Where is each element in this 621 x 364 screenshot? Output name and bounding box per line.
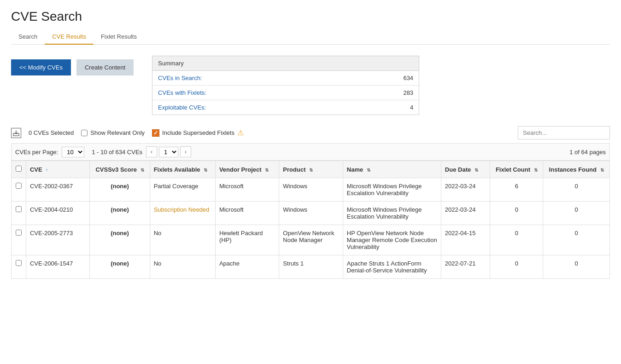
row-fixlets: Subscription Needed <box>150 202 215 225</box>
tab-cve-results[interactable]: CVE Results <box>45 29 94 45</box>
fixlets-sort-icon: ⇅ <box>204 168 207 173</box>
row-instances: 0 <box>543 255 610 279</box>
modify-cves-button[interactable]: << Modify CVEs <box>11 59 71 75</box>
top-section: << Modify CVEs Create Content Summary CV… <box>11 56 610 115</box>
tab-search[interactable]: Search <box>11 29 45 45</box>
row-cvss: (none) <box>90 178 150 202</box>
instances-sort-icon: ⇅ <box>600 168 604 173</box>
col-header-product[interactable]: Product ⇅ <box>279 161 343 178</box>
action-buttons: << Modify CVEs Create Content <box>11 56 134 75</box>
summary-row-fixlets: CVEs with Fixlets: 283 <box>152 86 419 100</box>
product-sort-icon: ⇅ <box>309 168 313 173</box>
show-relevant-label: Show Relevant Only <box>90 129 145 136</box>
page-range-info: 1 - 10 of 634 CVEs <box>92 149 142 156</box>
row-fixlet-count: 0 <box>490 225 543 255</box>
row-due-date: 2022-03-24 <box>441 202 490 225</box>
col-header-fixlets[interactable]: Fixlets Available ⇅ <box>150 161 215 178</box>
row-instances: 0 <box>543 202 610 225</box>
show-relevant-input[interactable] <box>81 130 88 136</box>
per-page-select[interactable]: 10 25 50 <box>62 147 84 157</box>
page-navigation: ‹ 1 › <box>146 146 191 157</box>
cve-sort-asc-icon: ↑ <box>46 168 48 173</box>
row-product: Struts 1 <box>279 255 343 279</box>
summary-exploitable-value: 4 <box>410 104 413 111</box>
table-row: CVE-2004-0210 (none) Subscription Needed… <box>12 202 610 225</box>
row-cve: CVE-2006-1547 <box>26 255 89 279</box>
row-checkbox-2[interactable] <box>16 230 22 236</box>
total-pages-info: 1 of 64 pages <box>569 149 606 156</box>
row-cvss: (none) <box>90 225 150 255</box>
tab-fixlet-results[interactable]: Fixlet Results <box>94 29 144 45</box>
fixlet-count-sort-icon: ⇅ <box>534 168 538 173</box>
row-checkbox-3[interactable] <box>16 260 22 266</box>
row-checkbox-1[interactable] <box>16 206 22 212</box>
table-row: CVE-2006-1547 (none) No Apache Struts 1 … <box>12 255 610 279</box>
prev-page-button[interactable]: ‹ <box>146 146 157 157</box>
export-icon[interactable] <box>11 128 21 138</box>
col-header-cve[interactable]: CVE ↑ <box>26 161 89 178</box>
tab-bar: Search CVE Results Fixlet Results <box>11 29 610 45</box>
summary-cves-with-fixlets-value: 283 <box>403 89 413 96</box>
summary-header: Summary <box>152 56 419 71</box>
col-header-check <box>12 161 26 178</box>
summary-cves-in-search-label: CVEs in Search: <box>158 75 202 81</box>
row-due-date: 2022-07-21 <box>441 255 490 279</box>
table-body: CVE-2002-0367 (none) Partial Coverage Mi… <box>12 178 610 279</box>
page-title: CVE Search <box>11 9 610 24</box>
table-row: CVE-2002-0367 (none) Partial Coverage Mi… <box>12 178 610 202</box>
summary-cves-with-fixlets-label: CVEs with Fixlets: <box>158 89 206 96</box>
row-vendor: Microsoft <box>215 202 279 225</box>
row-name: Apache Struts 1 ActionForm Denial-of-Ser… <box>343 255 441 279</box>
row-vendor: Hewlett Packard (HP) <box>215 225 279 255</box>
col-header-vendor[interactable]: Vendor Project ⇅ <box>215 161 279 178</box>
toolbar-left: 0 CVEs Selected Show Relevant Only Inclu… <box>11 128 509 138</box>
per-page-label: CVEs per Page: <box>15 149 58 156</box>
col-header-name[interactable]: Name ⇅ <box>343 161 441 178</box>
row-product: Windows <box>279 202 343 225</box>
row-due-date: 2022-03-24 <box>441 178 490 202</box>
col-header-cvss[interactable]: CVSSv3 Score ⇅ <box>90 161 150 178</box>
row-fixlet-count: 0 <box>490 255 543 279</box>
table-row: CVE-2005-2773 (none) No Hewlett Packard … <box>12 225 610 255</box>
summary-panel: Summary CVEs in Search: 634 CVEs with Fi… <box>152 56 419 115</box>
warning-icon: ⚠ <box>237 128 244 137</box>
page-select[interactable]: 1 <box>159 147 178 157</box>
row-fixlet-count: 6 <box>490 178 543 202</box>
cvss-sort-icon: ⇅ <box>141 168 144 173</box>
row-fixlets: Partial Coverage <box>150 178 215 202</box>
row-name: HP OpenView Network Node Manager Remote … <box>343 225 441 255</box>
row-cve: CVE-2004-0210 <box>26 202 89 225</box>
show-relevant-checkbox[interactable]: Show Relevant Only <box>81 129 145 136</box>
row-cve: CVE-2005-2773 <box>26 225 89 255</box>
table-toolbar: 0 CVEs Selected Show Relevant Only Inclu… <box>11 126 610 139</box>
col-header-fixlet-count[interactable]: Fixlet Count ⇅ <box>490 161 543 178</box>
table-header-row: CVE ↑ CVSSv3 Score ⇅ Fixlets Available ⇅… <box>12 161 610 178</box>
due-date-sort-icon: ⇅ <box>475 168 478 173</box>
include-superseded-text: Include Superseded Fixlets <box>162 129 234 136</box>
row-cvss: (none) <box>90 255 150 279</box>
include-superseded-checkbox[interactable] <box>152 129 159 137</box>
row-vendor: Microsoft <box>215 178 279 202</box>
row-checkbox-cell <box>12 255 26 279</box>
col-header-due-date[interactable]: Due Date ⇅ <box>441 161 490 178</box>
include-superseded-label[interactable]: Include Superseded Fixlets ⚠ <box>152 128 244 137</box>
select-all-checkbox[interactable] <box>16 166 22 172</box>
create-content-button[interactable]: Create Content <box>76 59 134 75</box>
row-due-date: 2022-04-15 <box>441 225 490 255</box>
col-header-instances[interactable]: Instances Found ⇅ <box>543 161 610 178</box>
summary-exploitable-label: Exploitable CVEs: <box>158 104 206 111</box>
row-checkbox-cell <box>12 178 26 202</box>
search-input[interactable] <box>518 126 610 139</box>
row-checkbox-0[interactable] <box>16 183 22 189</box>
row-cvss: (none) <box>90 202 150 225</box>
row-name: Microsoft Windows Privilege Escalation V… <box>343 202 441 225</box>
row-product: OpenView Network Node Manager <box>279 225 343 255</box>
row-instances: 0 <box>543 225 610 255</box>
row-name: Microsoft Windows Privilege Escalation V… <box>343 178 441 202</box>
summary-row-search: CVEs in Search: 634 <box>152 71 419 86</box>
next-page-button[interactable]: › <box>180 146 191 157</box>
cves-selected-count: 0 CVEs Selected <box>29 129 74 136</box>
summary-row-exploitable: Exploitable CVEs: 4 <box>152 100 419 115</box>
row-fixlet-count: 0 <box>490 202 543 225</box>
row-checkbox-cell <box>12 225 26 255</box>
